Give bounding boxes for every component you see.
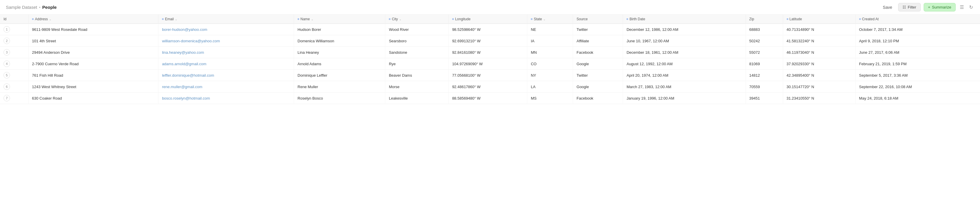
cell-address: 2-7900 Cuerno Verde Road bbox=[29, 58, 158, 70]
latitude-filter-dot bbox=[787, 18, 788, 20]
cell-zip: 68883 bbox=[746, 24, 783, 35]
table-row: 7630 Coaker Roadbosco.roselyn@hotmail.co… bbox=[0, 93, 980, 104]
row-number: 3 bbox=[3, 49, 10, 56]
filter-icon: ☷ bbox=[902, 5, 906, 10]
col-header-created-at[interactable]: Created At bbox=[855, 15, 980, 24]
cell-id: 6 bbox=[0, 81, 29, 93]
cell-name: Hudson Borer bbox=[294, 24, 385, 35]
cell-email[interactable]: rene.muller@gmail.com bbox=[158, 81, 294, 93]
createdat-filter-dot bbox=[859, 18, 861, 20]
col-header-latitude[interactable]: Latitude bbox=[783, 15, 855, 24]
cell-created-at: September 5, 2017, 3:36 AM bbox=[855, 70, 980, 81]
email-link[interactable]: adams.arnold@gmail.com bbox=[162, 62, 206, 66]
cell-address: 630 Coaker Road bbox=[29, 93, 158, 104]
col-header-address[interactable]: Address ⌄ bbox=[29, 15, 158, 24]
email-sort-icon: ⌄ bbox=[175, 18, 177, 21]
filter-button[interactable]: ☷ Filter bbox=[898, 3, 921, 11]
cell-latitude: 41.58132240° N bbox=[783, 35, 855, 47]
cell-email[interactable]: borer-hudson@yahoo.com bbox=[158, 24, 294, 35]
list-icon-button[interactable]: ☰ bbox=[959, 3, 965, 11]
cell-zip: 81069 bbox=[746, 58, 783, 70]
toolbar: Save ☷ Filter + Summarize ☰ ↻ bbox=[880, 3, 974, 11]
header-row: Id Address ⌄ Email ⌄ bbox=[0, 15, 980, 24]
col-header-city[interactable]: City ⌄ bbox=[385, 15, 448, 24]
cell-created-at: October 7, 2017, 1:34 AM bbox=[855, 24, 980, 35]
table-row: 2101 4th Streetwilliamson-domenica@yahoo… bbox=[0, 35, 980, 47]
email-link[interactable]: lina.heaney@yahoo.com bbox=[162, 50, 204, 55]
table-row: 5761 Fish Hill Roadleffler.dominique@hot… bbox=[0, 70, 980, 81]
col-header-state[interactable]: State ⌄ bbox=[527, 15, 573, 24]
col-header-name[interactable]: Name ⌄ bbox=[294, 15, 385, 24]
cell-longitude: 77.05668100° W bbox=[448, 70, 527, 81]
row-number: 2 bbox=[3, 38, 10, 44]
cell-birth-date: April 20, 1974, 12:00 AM bbox=[623, 70, 746, 81]
cell-state: NE bbox=[527, 24, 573, 35]
state-sort-icon: ⌄ bbox=[543, 18, 546, 21]
col-header-zip[interactable]: Zip bbox=[746, 15, 783, 24]
cell-source: Facebook bbox=[573, 47, 623, 58]
summarize-button[interactable]: + Summarize bbox=[924, 3, 956, 11]
cell-created-at: May 24, 2018, 6:18 AM bbox=[855, 93, 980, 104]
col-email-label: Email bbox=[165, 17, 174, 21]
email-link[interactable]: rene.muller@gmail.com bbox=[162, 85, 202, 89]
email-link[interactable]: bosco.roselyn@hotmail.com bbox=[162, 96, 210, 101]
cell-email[interactable]: leffler.dominique@hotmail.com bbox=[158, 70, 294, 81]
cell-city: Beaver Dams bbox=[385, 70, 448, 81]
col-id-label: Id bbox=[3, 17, 6, 21]
col-header-id[interactable]: Id bbox=[0, 15, 29, 24]
table-row: 61243 West Whitney Streetrene.muller@gma… bbox=[0, 81, 980, 93]
cell-address: 101 4th Street bbox=[29, 35, 158, 47]
cell-address: 9611-9809 West Rosedale Road bbox=[29, 24, 158, 35]
cell-city: Searsboro bbox=[385, 35, 448, 47]
cell-city: Sandstone bbox=[385, 47, 448, 58]
name-filter-dot bbox=[298, 18, 299, 20]
cell-city: Morse bbox=[385, 81, 448, 93]
col-birthdate-label: Birth Date bbox=[629, 17, 645, 21]
email-link[interactable]: williamson-domenica@yahoo.com bbox=[162, 39, 220, 43]
cell-state: MN bbox=[527, 47, 573, 58]
cell-source: Twitter bbox=[573, 24, 623, 35]
row-number: 4 bbox=[3, 61, 10, 67]
cell-id: 7 bbox=[0, 93, 29, 104]
address-filter-dot bbox=[32, 18, 34, 20]
state-filter-dot bbox=[531, 18, 533, 20]
cell-birth-date: December 12, 1986, 12:00 AM bbox=[623, 24, 746, 35]
cell-email[interactable]: bosco.roselyn@hotmail.com bbox=[158, 93, 294, 104]
cell-source: Google bbox=[573, 81, 623, 93]
save-button[interactable]: Save bbox=[880, 3, 895, 11]
birthdate-filter-dot bbox=[627, 18, 628, 20]
cell-id: 2 bbox=[0, 35, 29, 47]
cell-longitude: 88.58569480° W bbox=[448, 93, 527, 104]
cell-birth-date: August 12, 1992, 12:00 AM bbox=[623, 58, 746, 70]
col-city-label: City bbox=[392, 17, 398, 21]
cell-created-at: April 9, 2018, 12:10 PM bbox=[855, 35, 980, 47]
col-header-source[interactable]: Source bbox=[573, 15, 623, 24]
refresh-icon-button[interactable]: ↻ bbox=[968, 3, 974, 11]
col-header-email[interactable]: Email ⌄ bbox=[158, 15, 294, 24]
col-header-birth-date[interactable]: Birth Date bbox=[623, 15, 746, 24]
cell-source: Facebook bbox=[573, 93, 623, 104]
filter-label: Filter bbox=[908, 5, 916, 10]
cell-id: 3 bbox=[0, 47, 29, 58]
cell-address: 1243 West Whitney Street bbox=[29, 81, 158, 93]
cell-email[interactable]: lina.heaney@yahoo.com bbox=[158, 47, 294, 58]
cell-email[interactable]: williamson-domenica@yahoo.com bbox=[158, 35, 294, 47]
email-link[interactable]: leffler.dominique@hotmail.com bbox=[162, 73, 214, 78]
email-link[interactable]: borer-hudson@yahoo.com bbox=[162, 27, 207, 32]
breadcrumb-separator: • bbox=[39, 5, 40, 10]
cell-email[interactable]: adams.arnold@gmail.com bbox=[158, 58, 294, 70]
top-bar: Sample Dataset • People Save ☷ Filter + … bbox=[0, 0, 980, 15]
city-filter-dot bbox=[389, 18, 391, 20]
col-header-longitude[interactable]: Longitude bbox=[448, 15, 527, 24]
cell-city: Rye bbox=[385, 58, 448, 70]
summarize-label: Summarize bbox=[932, 5, 951, 10]
cell-id: 4 bbox=[0, 58, 29, 70]
cell-zip: 50242 bbox=[746, 35, 783, 47]
col-createdat-label: Created At bbox=[862, 17, 879, 21]
plus-icon: + bbox=[928, 5, 931, 10]
col-state-label: State bbox=[534, 17, 542, 21]
table-header: Id Address ⌄ Email ⌄ bbox=[0, 15, 980, 24]
table-body: 19611-9809 West Rosedale Roadborer-hudso… bbox=[0, 24, 980, 104]
cell-birth-date: January 19, 1996, 12:00 AM bbox=[623, 93, 746, 104]
cell-state: NY bbox=[527, 70, 573, 81]
